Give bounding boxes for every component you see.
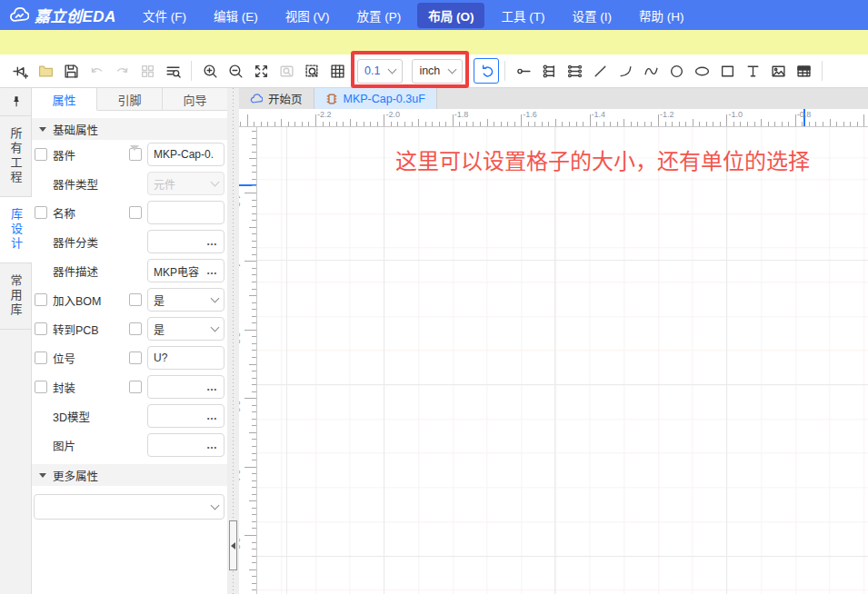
ruler-tick — [252, 247, 256, 248]
footprint-show-checkbox[interactable] — [35, 381, 47, 393]
menu-tools[interactable]: 工具 (T) — [490, 3, 555, 28]
device-input[interactable]: MKP-Cap-0. — [147, 143, 224, 166]
name-show-checkbox[interactable] — [35, 206, 47, 219]
ruler-tick — [391, 122, 392, 126]
tab-wizard[interactable]: 向导 — [163, 88, 227, 110]
tab-pins[interactable]: 引脚 — [97, 88, 163, 110]
list-search-button[interactable] — [160, 58, 185, 84]
tab-mkp-cap[interactable]: MKP-Cap-0.3uF — [314, 88, 437, 109]
ruler-tick — [249, 158, 256, 159]
ellipsis-button[interactable]: … — [206, 264, 218, 277]
image-input[interactable]: … — [147, 433, 224, 457]
to-pcb-select[interactable]: 是 — [147, 317, 224, 341]
designator-value-checkbox[interactable] — [129, 351, 142, 364]
bom-value-checkbox[interactable] — [129, 293, 142, 306]
ellipsis-button[interactable]: … — [206, 410, 218, 422]
ellipsis-button[interactable]: … — [206, 381, 218, 393]
ruler-tick — [863, 114, 864, 126]
ruler-tick — [252, 316, 256, 317]
pin-double-button[interactable] — [562, 58, 587, 84]
redo-button[interactable] — [109, 58, 135, 84]
grid-size-select[interactable]: 0.1 — [357, 59, 403, 84]
device-category-input[interactable]: … — [147, 230, 224, 253]
menu-settings[interactable]: 设置 (I) — [561, 3, 623, 28]
line-tool-button[interactable] — [587, 58, 613, 84]
new-component-button[interactable] — [7, 58, 33, 84]
ruler-tick — [252, 282, 256, 282]
more-attributes-select[interactable] — [34, 494, 224, 520]
menu-edit[interactable]: 编辑 (E) — [203, 3, 269, 28]
ruler-tick — [713, 122, 713, 126]
menu-layout[interactable]: 布局 (O) — [417, 3, 484, 28]
bezier-curve-button[interactable] — [638, 58, 663, 84]
unit-select[interactable]: inch — [412, 59, 463, 84]
text-tool-button[interactable] — [740, 58, 765, 84]
footprint-value-checkbox[interactable] — [129, 381, 142, 393]
sidebar-tab-all-projects[interactable]: 所有工程 — [0, 115, 31, 196]
rectangle-tool-button[interactable] — [714, 58, 740, 84]
ruler-tick — [267, 122, 268, 126]
arc-tool-button[interactable] — [613, 58, 638, 84]
annotation-text: 这里可以设置格子的大小，还有单位的选择 — [395, 144, 810, 175]
pcb-value-checkbox[interactable] — [129, 322, 142, 335]
zoom-in-button[interactable] — [197, 58, 223, 84]
ellipsis-button[interactable]: … — [206, 439, 218, 451]
marquee-zoom-button[interactable] — [299, 58, 324, 84]
model-3d-input[interactable]: … — [147, 404, 224, 428]
device-show-checkbox[interactable] — [35, 148, 47, 161]
ruler-tick — [487, 119, 488, 126]
bom-show-checkbox[interactable] — [35, 293, 47, 306]
ruler-tick — [836, 122, 837, 126]
pin-tool-button[interactable] — [511, 58, 536, 84]
ruler-tick — [782, 122, 783, 126]
circle-tool-button[interactable] — [663, 58, 689, 84]
app-logo[interactable]: 嘉立创EDA — [0, 4, 129, 26]
ruler-tick — [252, 528, 256, 529]
tab-start-page[interactable]: 开始页 — [239, 88, 314, 109]
section-basic-attributes[interactable]: 基础属性 — [32, 118, 227, 140]
add-bom-select[interactable]: 是 — [147, 288, 224, 312]
ellipsis-button[interactable]: … — [206, 235, 218, 248]
menu-help[interactable]: 帮助 (H) — [628, 3, 695, 28]
ruler-tick — [261, 122, 262, 126]
sidebar-tab-library-design[interactable]: 库设计 — [0, 196, 32, 262]
pin-single-button[interactable] — [536, 58, 562, 84]
table-tool-button[interactable] — [791, 58, 816, 84]
ruler-tick — [809, 122, 810, 126]
ruler-tick — [249, 569, 256, 570]
undo-button[interactable] — [84, 58, 109, 84]
menu-file[interactable]: 文件 (F) — [132, 3, 197, 28]
splitter-collapse-handle[interactable] — [229, 520, 237, 570]
ellipse-tool-button[interactable] — [689, 58, 714, 84]
footprint-input[interactable]: … — [147, 375, 224, 399]
component-grid-button[interactable] — [135, 58, 160, 84]
ruler-tick — [249, 500, 256, 501]
fit-screen-button[interactable] — [248, 58, 274, 84]
name-input[interactable] — [147, 201, 224, 224]
device-description-input[interactable]: MKP电容… — [147, 259, 224, 282]
ruler-tick — [252, 144, 256, 145]
sidebar-tab-common-library[interactable]: 常用库 — [0, 262, 31, 330]
section-more-attributes[interactable]: 更多属性 — [32, 464, 227, 486]
tab-attributes[interactable]: 属性 — [32, 88, 97, 111]
grid-unit-group: 0.1 inch — [357, 59, 463, 84]
pcb-show-checkbox[interactable] — [35, 322, 47, 335]
menu-place[interactable]: 放置 (P) — [345, 3, 412, 28]
panel-splitter[interactable] — [227, 88, 239, 594]
name-value-checkbox[interactable] — [129, 206, 142, 219]
grid-settings-button[interactable] — [324, 58, 350, 84]
pin-panel-icon[interactable] — [0, 88, 32, 115]
ruler-tick — [252, 254, 256, 255]
designator-input[interactable]: U? — [147, 346, 224, 370]
save-button[interactable] — [58, 58, 84, 84]
ruler-tick — [252, 371, 256, 371]
ruler-tick — [244, 330, 256, 331]
designator-show-checkbox[interactable] — [35, 351, 47, 364]
open-folder-button[interactable] — [33, 58, 58, 84]
menu-view[interactable]: 视图 (V) — [274, 3, 341, 28]
zoom-window-button[interactable] — [274, 58, 299, 84]
rotate-button[interactable] — [474, 58, 499, 84]
zoom-out-button[interactable] — [223, 58, 248, 84]
schematic-canvas[interactable]: 这里可以设置格子的大小，还有单位的选择 — [257, 127, 868, 594]
image-tool-button[interactable] — [765, 58, 791, 84]
